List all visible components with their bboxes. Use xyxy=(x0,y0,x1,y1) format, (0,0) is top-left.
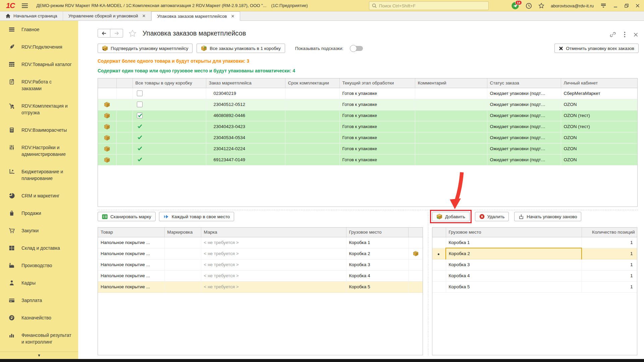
pack-all-one-box-button[interactable]: Все заказы упаковать в 1 коробку xyxy=(197,44,285,53)
get-link-icon[interactable] xyxy=(610,32,616,38)
package-row[interactable]: Коробка 3 1 xyxy=(432,259,637,270)
delete-package-button[interactable]: Удалить xyxy=(475,212,509,221)
sidebar-item-sales[interactable]: Продажи xyxy=(0,204,78,222)
sidebar-item-budgeting[interactable]: Бюджетирование и планирование xyxy=(0,163,78,187)
all-in-one-box-checkbox[interactable] xyxy=(137,102,143,107)
close-form-icon[interactable] xyxy=(634,33,638,37)
sidebar-item-rdv-shipping[interactable]: RDV:Комплектация и отгрузка xyxy=(0,97,78,121)
history-icon[interactable] xyxy=(526,3,532,9)
all-in-one-box-checkbox-checked[interactable] xyxy=(137,113,143,118)
global-search-input[interactable]: Поиск Ctrl+Shift+F xyxy=(369,1,489,10)
show-hints-toggle[interactable] xyxy=(351,46,363,51)
rocket-icon xyxy=(9,44,15,50)
service-menu-icon[interactable] xyxy=(600,3,607,9)
minimize-button[interactable] xyxy=(613,3,618,8)
order-row[interactable]: 23040534-0534 Готов к упаковке Ожидает у… xyxy=(98,132,638,143)
col-all-in-one-box[interactable]: Все товары в одну коробку xyxy=(132,78,206,88)
auto-pack-check-icon xyxy=(137,157,143,163)
item-row[interactable]: Напольное покрытие ... < не требуется > … xyxy=(98,259,423,270)
sliders-icon xyxy=(9,144,15,150)
window-titlebar: 1С ДЕМО-режим RDV Маркет RM-KA-MODEL / 1… xyxy=(0,0,644,11)
sidebar-item-purchases[interactable]: Закупки xyxy=(0,222,78,239)
item-row[interactable]: Напольное покрытие ... < не требуется > … xyxy=(98,248,423,259)
package-row[interactable]: Коробка 4 1 xyxy=(432,270,637,281)
show-hints-label: Показывать подсказки: xyxy=(295,46,343,51)
col-deadline[interactable]: Срок комплектации xyxy=(285,78,339,88)
sidebar-item-warehouse[interactable]: Склад и доставка xyxy=(0,239,78,257)
scan-mark-button[interactable]: Сканировать марку xyxy=(98,212,156,221)
sidebar-item-rdv-orders[interactable]: RDV:Работа с заказами xyxy=(0,73,78,97)
sidebar-item-hr[interactable]: Кадры xyxy=(0,274,78,292)
sidebar-item-rdv-catalog[interactable]: RDV:Товарный каталог xyxy=(0,56,78,73)
restart-packing-button[interactable]: Начать упаковку заново xyxy=(514,212,581,221)
col-comment[interactable]: Комментарий xyxy=(415,78,487,88)
sidebar-item-financial-result[interactable]: Финансовый результат и контроллинг xyxy=(0,326,78,351)
each-item-own-place-button[interactable]: Каждый товар в свое место xyxy=(159,212,234,221)
col-order-status[interactable]: Статус заказа xyxy=(487,78,561,88)
item-row-selected[interactable]: Напольное покрытие ... < не требуется > … xyxy=(98,281,423,292)
sidebar-scroll-down[interactable]: ▼ xyxy=(0,352,78,359)
handtruck-icon xyxy=(9,103,15,109)
col-account[interactable]: Личный кабинет xyxy=(561,78,638,88)
col-product[interactable]: Товар xyxy=(98,228,164,237)
item-row[interactable]: Напольное покрытие ... < не требуется > … xyxy=(98,270,423,281)
col-status-icon[interactable] xyxy=(98,78,116,88)
tab-home[interactable]: Начальная страница xyxy=(0,11,63,20)
horizontal-splitter[interactable] xyxy=(98,210,638,210)
bold-x-icon xyxy=(559,46,563,51)
item-row[interactable]: Напольное покрытие ... < не требуется > … xyxy=(98,237,423,248)
packages-table: Грузовое место Количество позиций Коробк… xyxy=(432,227,637,355)
col-spacer[interactable] xyxy=(116,78,132,88)
package-row[interactable]: Коробка 1 1 xyxy=(432,237,637,248)
user-email[interactable]: aborovtsova@rdv-it.ru xyxy=(551,3,594,8)
sidebar-item-salary[interactable]: Зарплата xyxy=(0,292,78,309)
order-row[interactable]: 46080892-0446 Готов к упаковке Ожидает у… xyxy=(98,110,638,121)
close-window-button[interactable] xyxy=(635,3,640,8)
col-cargo-place[interactable]: Грузовое место xyxy=(446,228,582,237)
order-row[interactable]: 69123447-0149 Готов к упаковке Ожидает у… xyxy=(98,154,638,165)
col-position-count[interactable]: Количество позиций xyxy=(582,228,637,237)
notifications-icon[interactable]: 14 xyxy=(511,2,519,10)
ruble-icon xyxy=(9,315,15,321)
sidebar-item-treasury[interactable]: Казначейство xyxy=(0,309,78,326)
cancel-all-packing-button[interactable]: Отменить упаковку всех заказов xyxy=(554,44,639,53)
sidebar-item-rdv-settlements[interactable]: RDV:Взаиморасчеты xyxy=(0,121,78,139)
nav-forward-button[interactable] xyxy=(110,29,123,38)
restore-button[interactable] xyxy=(624,3,629,8)
col-cargo-place[interactable]: Грузовое место xyxy=(346,228,408,237)
sidebar-item-production[interactable]: Производство xyxy=(0,257,78,274)
col-marking[interactable]: Маркировка xyxy=(164,228,201,237)
col-order[interactable]: Заказ маркетплейса xyxy=(206,78,285,88)
col-place-icon[interactable] xyxy=(408,228,423,237)
tab-assembly-packing[interactable]: Управление сборкой и упаковкой ✕ xyxy=(63,11,152,20)
favorite-page-star-icon[interactable] xyxy=(128,29,137,37)
sidebar-item-rdv-administration[interactable]: RDV:Настройки и администрирование xyxy=(0,139,78,163)
search-placeholder: Поиск Ctrl+Shift+F xyxy=(379,3,416,8)
sidebar-item-crm[interactable]: CRM и маркетинг xyxy=(0,187,78,204)
package-row-selected[interactable]: Коробка 2 1 xyxy=(432,248,637,259)
order-row[interactable]: 023040219 Готов к упаковке Ожидает упако… xyxy=(98,88,638,99)
main-menu-icon[interactable] xyxy=(21,3,28,8)
sidebar-item-rdv-connections[interactable]: RDV:Подключения xyxy=(0,38,78,56)
favorites-star-icon[interactable] xyxy=(538,3,544,9)
col-mark[interactable]: Марка xyxy=(201,228,346,237)
current-row-marker xyxy=(438,253,439,255)
order-row[interactable]: 23040512-0512 Готов к упаковке Ожидает у… xyxy=(98,99,638,110)
order-row[interactable]: 23040423-0423 Готов к упаковке Ожидает у… xyxy=(98,121,638,132)
vertical-splitter[interactable] xyxy=(428,212,428,355)
confirm-packing-button[interactable]: Подтвердить упаковку маркетплейсу xyxy=(98,44,193,53)
more-actions-kebab-icon[interactable] xyxy=(624,32,626,38)
tab-marketplace-packing[interactable]: Упаковка заказов маркетплейсов ✕ xyxy=(151,11,240,21)
order-row[interactable]: 23041224-0224 Готов к упаковке Ожидает у… xyxy=(98,143,638,154)
col-stage[interactable]: Текущий этап обработки xyxy=(339,78,415,88)
search-icon xyxy=(372,3,377,8)
sidebar-item-main[interactable]: Главное xyxy=(0,21,78,38)
tab-close-icon[interactable]: ✕ xyxy=(142,13,146,18)
window-title: ДЕМО-режим RDV Маркет RM-KA-MODEL / 1С:К… xyxy=(36,3,266,8)
add-package-button[interactable]: Добавить xyxy=(432,212,470,221)
nav-back-button[interactable] xyxy=(98,29,110,38)
all-in-one-box-checkbox[interactable] xyxy=(137,90,143,96)
package-row[interactable]: Коробка 5 1 xyxy=(432,281,637,292)
col-row-marker[interactable] xyxy=(432,228,446,237)
tab-close-icon[interactable]: ✕ xyxy=(231,14,235,19)
